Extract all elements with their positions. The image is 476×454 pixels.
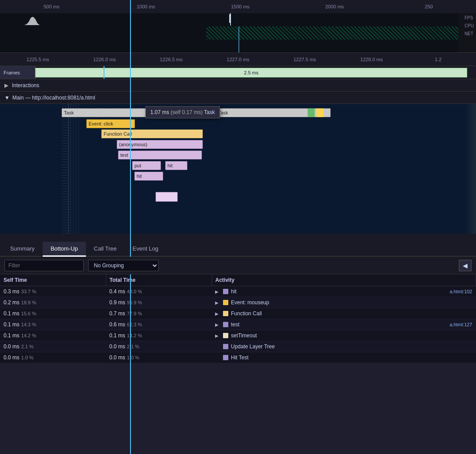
expand-btn-3[interactable]: ▶ [215,322,220,327]
total-time-pct-3: 62.3 % [127,322,142,327]
tab-summary[interactable]: Summary [2,242,43,257]
activity-label-4: setTimeout [231,332,257,339]
expand-btn-2[interactable]: ▶ [215,311,220,316]
ruler-mark-0: 500 ms [4,4,99,9]
col-header-self-time[interactable]: Self Time [0,274,106,286]
table-row[interactable]: 0.1 ms14.3 %0.6 ms62.3 %▶testa.html:127 [0,319,476,330]
table-row[interactable]: 0.0 ms2.1 %0.0 ms2.1 %Update Layer Tree [0,341,476,352]
cpu-label: CPU [465,22,474,30]
main-expand-arrow[interactable]: ▼ [4,95,10,101]
frame-cursor-line [104,66,104,79]
self-time-value-1: 0.2 ms [4,299,19,306]
frame-bar[interactable]: 2.5 ms [35,68,467,78]
data-table-container[interactable]: Self Time Total Time Activity 0.3 ms33.7… [0,274,476,442]
cell-self-time-1: 0.2 ms18.9 % [0,297,106,308]
table-row[interactable]: 0.1 ms15.6 %0.7 ms77.9 %▶Function Call [0,308,476,319]
flame-chart[interactable]: Task Task Event: click 1.07 ms (self 0.1… [0,104,476,234]
activity-cell-0: ▶hit [215,288,237,295]
activity-color-dot-6 [223,355,228,360]
total-time-pct-1: 96.9 % [127,300,142,305]
flame-bar-hit2[interactable]: hit [134,172,163,181]
activity-inner-3: ▶testa.html:127 [215,321,472,328]
activity-link-3[interactable]: a.html:127 [450,322,472,327]
total-time-value-5: 0.0 ms [109,343,125,350]
activity-cell-3: ▶test [215,321,239,328]
cpu-fill [206,26,458,40]
main-section-header: ▼ Main — http://localhost:8081/a.html [0,92,476,104]
cell-activity-3: ▶testa.html:127 [212,319,476,330]
collapse-button[interactable]: ◀ [459,260,472,271]
total-time-value-4: 0.1 ms [109,332,125,339]
activity-inner-0: ▶hita.html:102 [215,288,472,295]
detail-mark-0: 1225.5 ms [4,57,71,62]
cell-total-time-1: 0.9 ms96.9 % [106,297,212,308]
cell-self-time-4: 0.1 ms14.2 % [0,330,106,341]
fps-bar [0,13,458,26]
activity-link-0[interactable]: a.html:102 [450,289,472,294]
self-time-value-6: 0.0 ms [4,354,19,361]
total-time-pct-6: 1.0 % [127,355,139,360]
cell-self-time-5: 0.0 ms2.1 % [0,341,106,352]
flame-bar-put[interactable]: put [132,161,161,170]
timeline-charts[interactable] [0,13,458,53]
filter-input[interactable] [4,260,84,271]
detail-mark-6: 1.2 [405,57,472,62]
flame-bar-event-click[interactable]: Event: click [86,119,135,128]
detail-mark-2: 1226.5 ms [138,57,205,62]
activity-inner-2: ▶Function Call [215,310,472,317]
fps-histogram [24,15,51,25]
filter-row: No Grouping Group by Category Group by D… [0,257,476,274]
frame-bar-container[interactable]: 2.5 ms [35,66,476,79]
flame-bar-deep[interactable] [156,192,178,202]
tooltip-label: Task [204,109,215,115]
table-row[interactable]: 0.2 ms18.9 %0.9 ms96.9 %▶Event: mouseup [0,297,476,308]
cell-activity-6: Hit Test [212,352,476,363]
col-header-total-time[interactable]: Total Time [106,274,212,286]
activity-color-dot-5 [223,344,228,349]
table-row[interactable]: 0.3 ms33.7 %0.4 ms48.0 %▶hita.html:102 [0,286,476,297]
cell-activity-4: ▶setTimeout [212,330,476,341]
expand-btn-1[interactable]: ▶ [215,300,220,305]
interactions-row[interactable]: ▶ Interactions [0,79,476,92]
cell-self-time-6: 0.0 ms1.0 % [0,352,106,363]
interactions-expand-arrow[interactable]: ▶ [4,82,8,89]
activity-label-3: test [231,321,239,328]
flame-bar-small-yellow[interactable] [316,108,324,117]
detail-mark-5: 1228.0 ms [338,57,405,62]
cell-activity-5: Update Layer Tree [212,341,476,352]
net-label: NET [465,30,474,38]
flame-bar-hit1[interactable]: hit [165,161,187,170]
total-time-pct-4: 14.2 % [127,333,142,338]
fps-cpu-labels: FPS CPU NET [465,14,474,38]
tooltip-self: (self 0.17 ms) [171,109,203,115]
col-header-activity[interactable]: Activity [212,274,476,286]
self-time-value-0: 0.3 ms [4,288,19,295]
table-row[interactable]: 0.0 ms1.0 %0.0 ms1.0 %Hit Test [0,352,476,363]
net-bar [0,40,458,53]
interactions-label: Interactions [12,82,39,89]
tab-call-tree[interactable]: Call Tree [86,242,125,257]
expand-btn-4[interactable]: ▶ [215,333,220,338]
detail-mark-1: 1226.0 ms [71,57,138,62]
cell-total-time-4: 0.1 ms14.2 % [106,330,212,341]
tab-bottom-up[interactable]: Bottom-Up [43,242,86,257]
grouping-select[interactable]: No Grouping Group by Category Group by D… [88,260,159,271]
zoom-line [238,26,239,53]
self-time-value-2: 0.1 ms [4,310,19,317]
ruler-mark-2: 1500 ms [193,4,287,9]
detail-ruler-marks: 1225.5 ms 1226.0 ms 1226.5 ms 1227.0 ms … [0,57,476,62]
frames-row: Frames 2.5 ms [0,66,476,79]
total-time-pct-0: 48.0 % [127,289,142,294]
flame-dashed-line-5 [78,104,79,234]
table-header: Self Time Total Time Activity [0,274,476,286]
cell-total-time-6: 0.0 ms1.0 % [106,352,212,363]
expand-btn-0[interactable]: ▶ [215,289,220,294]
total-time-pct-2: 77.9 % [127,311,142,316]
flame-bar-small-green[interactable] [308,108,315,117]
detail-mark-3: 1227.0 ms [205,57,271,62]
activity-inner-5: Update Layer Tree [215,343,472,350]
flame-bar-function[interactable]: Function Call [101,129,203,138]
table-row[interactable]: 0.1 ms14.2 %0.1 ms14.2 %▶setTimeout [0,330,476,341]
activity-cell-1: ▶Event: mouseup [215,299,269,306]
activity-color-dot-1 [223,300,228,305]
